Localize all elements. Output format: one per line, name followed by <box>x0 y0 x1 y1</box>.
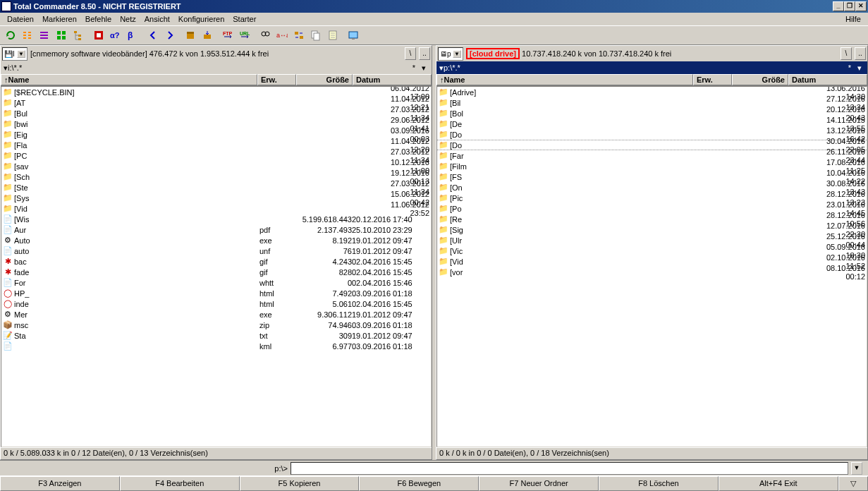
right-col-date[interactable]: Datum <box>788 74 867 85</box>
file-row[interactable]: 📄Aurpdf2.137.49325.10.2010 23:29 <box>1 224 431 235</box>
right-favorites-button[interactable]: * <box>845 63 855 72</box>
file-row[interactable]: 📁[vor08.10.2016 00:12 <box>437 267 867 277</box>
file-row[interactable]: 📁[Vid02.10.2016 11:52 <box>437 256 867 267</box>
file-row[interactable]: 📁[Vid11.06.2012 23:52 <box>1 203 431 214</box>
f8-button[interactable]: F8 Löschen <box>599 476 719 491</box>
left-path-bar[interactable]: ▾ i:\*.* * ▾ <box>1 61 432 74</box>
file-row[interactable]: 📁[Eig03.09.2016 00:03 <box>1 129 431 140</box>
file-row[interactable]: 📁[Re28.12.2016 10:56 <box>437 214 867 224</box>
file-row[interactable]: 📦msczip74.94603.09.2016 01:18 <box>1 320 431 330</box>
file-row[interactable]: 📁[Sig12.07.2016 22:30 <box>437 224 867 235</box>
unpack-icon[interactable] <box>199 28 215 43</box>
file-row[interactable]: 📁[$RECYCLE.BIN]06.04.2012 17:00 <box>1 87 431 97</box>
file-row[interactable]: 📁[Po23.01.2016 14:45 <box>437 203 867 214</box>
file-row[interactable]: 📁[Do30.04.2016 22:05 <box>437 140 867 150</box>
file-row[interactable]: 📁[PC27.03.2012 11:34 <box>1 150 431 161</box>
file-row[interactable]: 📁[bwi29.06.2012 01:41 <box>1 119 431 129</box>
restore-button[interactable]: ❐ <box>844 1 855 11</box>
file-row[interactable]: 📁[Do13.12.2016 16:42 <box>437 129 867 140</box>
f3-button[interactable]: F3 Anzeigen <box>0 476 120 491</box>
close-button[interactable]: ✕ <box>855 1 867 11</box>
menu-befehle[interactable]: Befehle <box>81 15 116 23</box>
custom-columns-icon[interactable]: β <box>124 28 140 43</box>
file-row[interactable]: ◯indehtml5.06102.04.2016 15:45 <box>1 298 431 309</box>
left-parent-button[interactable]: .. <box>419 47 430 60</box>
file-row[interactable]: 📁[sav10.12.2016 11:00 <box>1 161 431 171</box>
left-col-size[interactable]: Größe <box>296 74 353 85</box>
search-icon[interactable] <box>257 28 273 43</box>
tree-view-icon[interactable] <box>70 28 86 43</box>
back-icon[interactable] <box>145 28 161 43</box>
file-row[interactable]: 📁[Bil27.12.2016 13:34 <box>437 97 867 108</box>
file-row[interactable]: 📝Statxt30919.01.2012 09:47 <box>1 330 431 341</box>
file-row[interactable]: 📁[Sch19.12.2016 00:13 <box>1 171 431 182</box>
file-row[interactable]: 📄Forwhtt002.04.2016 15:46 <box>1 277 431 288</box>
left-history-button[interactable]: ▾ <box>419 63 429 73</box>
overflow-button[interactable]: ▽ <box>838 476 868 491</box>
menu-starter[interactable]: Starter <box>228 15 260 23</box>
right-root-button[interactable]: \ <box>841 47 852 60</box>
file-row[interactable]: 📁[Adrive]13.06.2016 14:30 <box>437 87 867 97</box>
pack-icon[interactable] <box>182 28 198 43</box>
menu-markieren[interactable]: Markieren <box>38 15 81 23</box>
file-row[interactable]: 📁[Ste27.03.2012 11:34 <box>1 182 431 193</box>
ftp-connect-icon[interactable]: FTP <box>219 28 236 43</box>
ftp-new-icon[interactable]: URL <box>236 28 252 43</box>
file-row[interactable]: 📄autounf7619.01.2012 09:47 <box>1 246 431 256</box>
minimize-button[interactable]: _ <box>833 1 844 11</box>
f5-button[interactable]: F5 Kopieren <box>240 476 360 491</box>
right-col-size[interactable]: Größe <box>732 74 788 85</box>
file-row[interactable]: 📁[De14.11.2015 13:55 <box>437 119 867 129</box>
command-input[interactable] <box>291 462 848 475</box>
copy-names-icon[interactable] <box>307 28 324 43</box>
show-all-icon[interactable]: α? <box>107 28 123 43</box>
file-row[interactable]: 📁[FS10.04.2016 14:22 <box>437 171 867 182</box>
left-drive-combo[interactable]: 💾I▼ <box>2 47 27 61</box>
control-panel-icon[interactable] <box>345 28 361 43</box>
file-row[interactable]: 📄kml6.97703.09.2016 01:18 <box>1 341 431 351</box>
left-col-name[interactable]: ↑Name <box>1 74 257 85</box>
left-favorites-button[interactable]: * <box>409 63 419 72</box>
right-history-button[interactable]: ▾ <box>855 63 864 73</box>
left-root-button[interactable]: \ <box>405 47 416 60</box>
left-col-date[interactable]: Datum <box>353 74 432 85</box>
left-col-ext[interactable]: Erw. <box>257 74 296 85</box>
right-drive-combo[interactable]: 🖥p▼ <box>438 47 463 61</box>
file-row[interactable]: ✱bacgif4.24302.04.2016 15:45 <box>1 256 431 267</box>
notepad-icon[interactable] <box>324 28 341 43</box>
file-row[interactable]: 📁[Ulr25.12.2016 00:44 <box>437 235 867 246</box>
full-view-icon[interactable] <box>36 28 52 43</box>
left-file-list[interactable]: 📁[$RECYCLE.BIN]06.04.2012 17:00📁[AT11.04… <box>1 86 432 447</box>
menu-ansicht[interactable]: Ansicht <box>140 15 174 23</box>
file-row[interactable]: 📁[Pic28.12.2016 13:23 <box>437 193 867 203</box>
f4-button[interactable]: F4 Bearbeiten <box>120 476 240 491</box>
file-row[interactable]: 📁[Bul27.03.2012 11:34 <box>1 108 431 119</box>
menu-netz[interactable]: Netz <box>116 15 140 23</box>
right-file-list[interactable]: 📁[Adrive]13.06.2016 14:30📁[Bil27.12.2016… <box>436 86 867 447</box>
file-row[interactable]: ⚙Merexe9.306.11219.01.2012 09:47 <box>1 309 431 320</box>
f7-button[interactable]: F7 Neuer Ordner <box>479 476 599 491</box>
multi-rename-icon[interactable]: a↔a <box>274 28 290 43</box>
file-row[interactable]: 📁[On30.08.2016 13:43 <box>437 182 867 193</box>
thumbnails-icon[interactable] <box>53 28 69 43</box>
invert-selection-icon[interactable] <box>90 28 106 43</box>
file-row[interactable]: 📁[Sys15.06.2012 00:42 <box>1 193 431 203</box>
file-row[interactable]: 📁[Vic05.09.2016 18:30 <box>437 246 867 256</box>
altf4-button[interactable]: Alt+F4 Exit <box>719 476 838 491</box>
f6-button[interactable]: F6 Bewegen <box>359 476 479 491</box>
forward-icon[interactable] <box>161 28 178 43</box>
right-parent-button[interactable]: .. <box>855 47 866 60</box>
menu-dateien[interactable]: Dateien <box>3 15 38 23</box>
file-row[interactable]: 📁[AT11.04.2012 12:21 <box>1 97 431 108</box>
file-row[interactable]: 📁[Fla11.04.2012 12:20 <box>1 140 431 150</box>
file-row[interactable]: ⚙Autoexe8.19219.01.2012 09:47 <box>1 235 431 246</box>
file-row[interactable]: ✱fadegif82802.04.2016 15:45 <box>1 267 431 277</box>
file-row[interactable]: 📁[Bol20.12.2016 20:43 <box>437 108 867 119</box>
sync-dirs-icon[interactable] <box>291 28 307 43</box>
menu-hilfe[interactable]: Hilfe <box>841 15 865 23</box>
file-row[interactable]: ◯HP_html7.49203.09.2016 01:18 <box>1 288 431 298</box>
file-row[interactable]: 📄[Wis5.199.618.44320.12.2016 17:40 <box>1 214 431 224</box>
right-col-ext[interactable]: Erw. <box>693 74 732 85</box>
right-col-name[interactable]: ↑Name <box>436 74 693 85</box>
file-row[interactable]: 📁[Far26.11.2016 23:44 <box>437 150 867 161</box>
